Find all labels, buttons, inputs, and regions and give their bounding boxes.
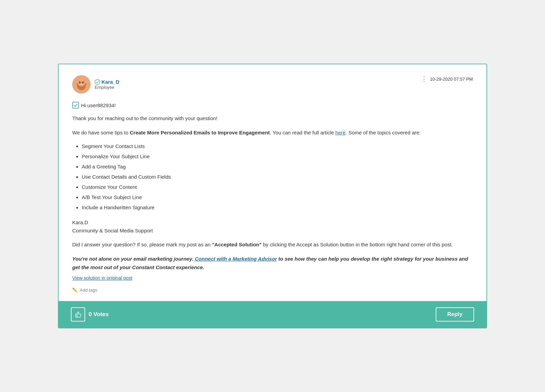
post-timestamp: 10-29-2020 07:57 PM: [430, 77, 473, 82]
svg-rect-19: [73, 102, 79, 108]
employee-check-icon: [95, 79, 100, 85]
svg-point-9: [80, 82, 81, 83]
thumbs-up-icon: [75, 311, 81, 318]
svg-point-11: [80, 83, 83, 86]
list-item: Customize Your Content: [82, 183, 473, 191]
accepted-solution-para: Did I answer your question? If so, pleas…: [72, 240, 473, 249]
options-menu-icon[interactable]: ⋮: [421, 75, 427, 83]
add-tags-label: Add tags: [80, 288, 97, 293]
post-header: Kara_D Employee ⋮ 10-29-2020 07:57 PM: [72, 75, 473, 94]
add-tags[interactable]: ✏️ Add tags: [72, 288, 473, 293]
signature-name: Kara.D: [72, 218, 473, 227]
post-body: Kara_D Employee ⋮ 10-29-2020 07:57 PM Hi…: [59, 64, 486, 301]
para2-end: . Some of the topics covered are:: [346, 130, 421, 135]
paragraph-1: Thank you for reaching out to the commun…: [72, 114, 473, 123]
marketing-advisor-link[interactable]: Connect with a Marketing Advisor: [195, 256, 277, 262]
solved-indicator: Hi user882934!: [72, 102, 116, 109]
signature-block: Kara.D Community & Social Media Support: [72, 218, 473, 235]
list-item: Include a Handwritten Signature: [82, 203, 473, 212]
solved-check-icon: [72, 102, 79, 109]
tag-icon: ✏️: [72, 288, 78, 293]
avatar: [72, 75, 91, 94]
topics-list: Segment Your Contact Lists Personalize Y…: [82, 142, 473, 212]
para2-suffix: . You can read the full article: [270, 130, 336, 135]
user-details: Kara_D Employee: [95, 79, 120, 90]
vote-section: 0 Votes: [71, 307, 109, 322]
svg-point-5: [79, 79, 81, 81]
accepted-solution-bold: "Accepted Solution": [212, 242, 262, 247]
list-item: Add a Greeting Tag: [82, 163, 473, 171]
svg-point-10: [83, 82, 83, 83]
greeting-text: Hi user882934!: [81, 102, 116, 108]
vote-count: 0 Votes: [89, 311, 109, 318]
list-item: Personalize Your Subject Line: [82, 152, 473, 161]
article-link[interactable]: here: [336, 130, 346, 135]
accepted-solution-suffix: by clicking the Accept as Solution butto…: [262, 242, 453, 247]
user-role: Employee: [95, 85, 120, 90]
list-item: Segment Your Contact Lists: [82, 142, 473, 150]
svg-point-6: [82, 79, 83, 81]
post-footer: 0 Votes Reply: [59, 301, 486, 328]
list-item: Use Contact Details and Custom Fields: [82, 173, 473, 181]
list-item: A/B Test Your Subject Line: [82, 193, 473, 201]
italic-prefix: You're not alone on your email marketing…: [72, 256, 195, 262]
view-solution-link[interactable]: View solution in original post: [72, 275, 473, 281]
svg-point-18: [95, 79, 100, 84]
user-info: Kara_D Employee: [72, 75, 120, 94]
signature-title: Community & Social Media Support: [72, 227, 473, 235]
para2-prefix: We do have some tips to: [72, 130, 130, 135]
reply-button[interactable]: Reply: [436, 307, 474, 322]
paragraph-2: We do have some tips to Create More Pers…: [72, 128, 473, 137]
username[interactable]: Kara_D: [102, 79, 120, 85]
accepted-solution-prefix: Did I answer your question? If so, pleas…: [72, 242, 212, 247]
marketing-advisor-para: You're not alone on your email marketing…: [72, 255, 473, 272]
post-card: Kara_D Employee ⋮ 10-29-2020 07:57 PM Hi…: [58, 64, 487, 328]
post-meta: ⋮ 10-29-2020 07:57 PM: [421, 75, 473, 83]
upvote-button[interactable]: [71, 307, 85, 322]
username-row: Kara_D: [95, 79, 120, 85]
para2-bold: Create More Personalized Emails to Impro…: [130, 130, 270, 135]
